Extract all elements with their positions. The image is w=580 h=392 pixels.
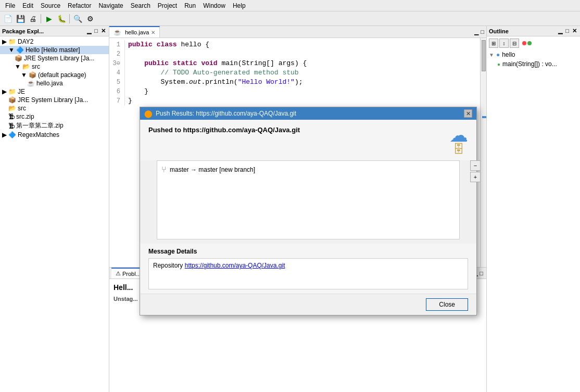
tree-item-label: JRE System Library [Ja... [24, 55, 94, 62]
editor-scrollbar[interactable] [480, 38, 486, 267]
panel-close-icon[interactable]: ✕ [100, 27, 107, 35]
menubar: File Edit Source Refactor Navigate Searc… [0, 0, 580, 11]
tree-item-label: Hello [Hello master] [26, 46, 80, 54]
modal-body: Pushed to https://github.com/aya-QAQ/Jav… [140, 120, 476, 160]
tree-item-label: RegexMatches [18, 131, 59, 138]
tree-item-day2[interactable]: ▶ 📁 DAY2 [0, 37, 109, 46]
modal-expand-btn[interactable]: + [470, 172, 481, 182]
toolbar-sep-2 [69, 14, 70, 23]
menu-source[interactable]: Source [37, 1, 64, 10]
restore-editor-icon[interactable]: □ [481, 29, 484, 35]
outline-toolbar: ⊞ ↕ ⊟ [489, 39, 578, 48]
database-icon: 🗄 [453, 143, 464, 156]
outline-minimize-icon[interactable]: ▁ [557, 27, 563, 35]
modal-branch-box: ⑂ master → master [new branch] [157, 160, 460, 239]
branch-row: ⑂ master → master [new branch] [161, 165, 455, 174]
outline-main-method[interactable]: ● main(String[]) : vo... [489, 59, 578, 69]
tree-item-src2[interactable]: 📂 src [0, 104, 109, 112]
tree-item-srczip[interactable]: 🗜 src.zip [0, 112, 109, 121]
modal-message-box: Repository https://github.com/aya-QAQ/Ja… [148, 258, 468, 289]
modal-side-buttons: − + [470, 160, 481, 182]
menu-run[interactable]: Run [181, 1, 199, 10]
outline-toolbar-btn3[interactable]: ⊟ [510, 39, 519, 48]
menu-window[interactable]: Window [200, 1, 229, 10]
menu-file[interactable]: File [2, 1, 18, 10]
modal-message-title: Message Details [148, 248, 468, 255]
package-explorer-panel: Package Expl... ▁ □ ✕ ▶ 📁 DAY2 ▼ 🔷 Hello… [0, 26, 109, 392]
push-results-dialog[interactable]: ⬤ Push Results: https://github.com/aya-Q… [140, 107, 477, 315]
tree-item-label: JE [18, 88, 25, 95]
tree-item-jre1[interactable]: 📦 JRE System Library [Ja... [0, 54, 109, 62]
maximize-editor-icon[interactable]: ▁ [474, 29, 478, 35]
tree-item-label: (default package) [38, 71, 86, 79]
toolbar-print[interactable]: 🖨 [27, 13, 39, 24]
tree-item-src1[interactable]: ▼ 📂 src [0, 62, 109, 71]
tree-item-hello[interactable]: ▼ 🔷 Hello [Hello master] [0, 46, 109, 54]
menu-edit[interactable]: Edit [19, 1, 36, 10]
project-icon: 🔷 [16, 46, 24, 54]
modal-collapse-btn[interactable]: − [470, 160, 481, 171]
scroll-indicator [482, 40, 486, 71]
toolbar-save[interactable]: 💾 [15, 13, 26, 24]
code-line-1: 1 public class hello { [109, 40, 480, 49]
outline-header: Outline ▁ □ ✕ [487, 26, 580, 36]
panel-maximize-icon[interactable]: □ [93, 27, 99, 35]
tab-filename: hello.java [125, 29, 149, 35]
tree-expand-icon: ▶ [2, 38, 7, 45]
tab-close-icon[interactable]: ✕ [151, 30, 155, 35]
panel-minimize-icon[interactable]: ▁ [86, 27, 92, 35]
tree-item-regex[interactable]: ▶ 🔷 RegexMatches [0, 131, 109, 139]
package-explorer-title: Package Expl... [2, 28, 44, 34]
toolbar-search[interactable]: 🔍 [72, 13, 83, 24]
toolbar-sep-1 [41, 14, 41, 23]
outline-maximize-icon[interactable]: □ [564, 27, 570, 35]
menu-refactor[interactable]: Refactor [65, 1, 94, 10]
tree-item-hello-java[interactable]: ☕ hello.java [0, 79, 109, 87]
menu-search[interactable]: Search [128, 1, 154, 10]
zip-icon2: 🗜 [8, 122, 15, 130]
toolbar-settings[interactable]: ⚙ [84, 13, 96, 24]
git-branches-icon: ⑂ [161, 165, 167, 174]
tree-item-label: hello.java [36, 80, 63, 87]
toolbar-run[interactable]: ▶ [43, 13, 55, 24]
code-line-2: 2 [109, 49, 480, 59]
tree-item-label: src.zip [16, 113, 34, 120]
modal-message-section: Message Details Repository https://githu… [140, 244, 476, 294]
outline-status-dot2 [527, 41, 532, 45]
modal-icon-area: ☁ 🗄 [449, 126, 468, 156]
tree-item-chapter-zip[interactable]: 🗜 第一章第二章.zip [0, 121, 109, 131]
modal-branch-container: ⑂ master → master [new branch] − + [148, 160, 468, 239]
bottom-panel-maximize-icon[interactable]: □ [478, 269, 484, 277]
outline-tree: ⊞ ↕ ⊟ ▼ ● hello ● main(String[]) : vo... [487, 36, 580, 392]
tree-item-je[interactable]: ▶ 📁 JE [0, 87, 109, 96]
panel-header-icons: ▁ □ ✕ [86, 27, 107, 35]
jar-icon2: 📦 [8, 96, 16, 104]
tree-expand-icon: ▼ [15, 63, 21, 70]
src-icon: 📂 [22, 63, 30, 70]
code-line-6: 6 } [109, 87, 480, 96]
tree-expand-icon: ▼ [8, 46, 15, 54]
tab-bar-actions: ▁ □ [472, 29, 486, 35]
menu-help[interactable]: Help [230, 1, 249, 10]
cloud-upload-icon: ☁ [449, 126, 468, 145]
toolbar-new[interactable]: 📄 [2, 13, 14, 24]
outline-title: Outline [489, 28, 509, 34]
menu-project[interactable]: Project [155, 1, 180, 10]
outline-hello-class[interactable]: ▼ ● hello [489, 50, 578, 59]
tree-expand-icon: ▶ [2, 88, 7, 95]
code-line-7: 7 } [109, 96, 480, 106]
outline-toolbar-btn2[interactable]: ↕ [499, 39, 509, 48]
branch-text: master → master [new branch] [170, 166, 255, 173]
modal-branch-inner: ⑂ master → master [new branch] [157, 161, 459, 239]
modal-close-button[interactable]: Close [426, 298, 468, 311]
outline-expand-icon: ▼ [489, 52, 494, 58]
tree-item-jre2[interactable]: 📦 JRE System Library [Ja... [0, 96, 109, 104]
toolbar-debug[interactable]: 🐛 [56, 13, 67, 24]
editor-tab-hello-java[interactable]: ☕ hello.java ✕ [109, 26, 160, 37]
repository-link[interactable]: https://github.com/aya-QAQ/Java.git [185, 262, 285, 269]
tree-item-default-pkg[interactable]: ▼ 📦 (default package) [0, 71, 109, 79]
modal-close-btn[interactable]: ✕ [464, 109, 472, 118]
menu-navigate[interactable]: Navigate [95, 1, 126, 10]
outline-toolbar-btn1[interactable]: ⊞ [489, 39, 498, 48]
outline-close-icon[interactable]: ✕ [571, 27, 578, 35]
